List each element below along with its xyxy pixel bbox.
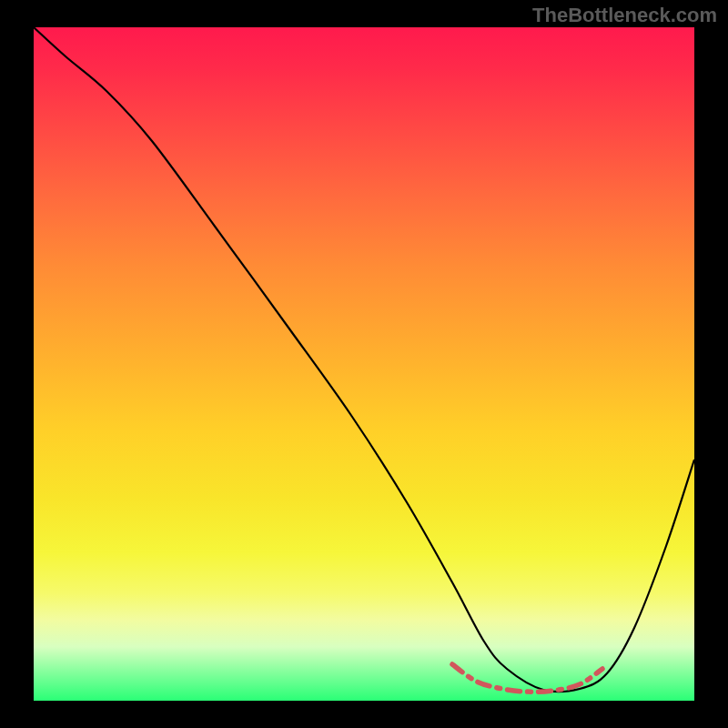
chart-plot-area — [34, 27, 694, 701]
watermark-text: TheBottleneck.com — [532, 4, 717, 27]
optimal-band-marker — [452, 664, 602, 692]
chart-svg — [34, 27, 694, 701]
bottleneck-curve — [34, 27, 694, 692]
